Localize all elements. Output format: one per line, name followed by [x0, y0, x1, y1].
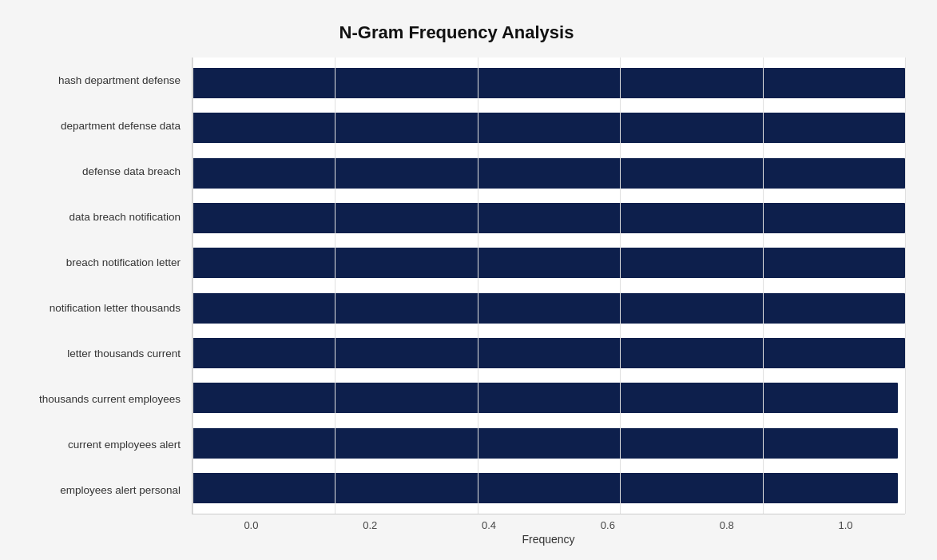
y-label: breach notification letter — [8, 240, 185, 285]
bar-row — [193, 244, 905, 282]
bar-row — [193, 64, 905, 102]
y-labels: hash department defensedepartment defens… — [8, 58, 192, 514]
bar — [193, 428, 898, 459]
chart-container: N-Gram Frequency Analysis hash departmen… — [0, 0, 937, 560]
bar-row — [193, 334, 905, 372]
bar-row — [193, 109, 905, 147]
bar-row — [193, 424, 905, 463]
bar — [193, 473, 898, 503]
bar — [193, 68, 905, 98]
gridline — [193, 58, 193, 514]
bars-section: hash department defensedepartment defens… — [8, 58, 905, 514]
x-axis: 0.00.20.40.60.81.0 — [192, 514, 905, 531]
bar — [193, 383, 898, 413]
y-label: defense data breach — [8, 149, 185, 194]
y-label: data breach notification — [8, 194, 185, 240]
gridline — [478, 58, 478, 514]
y-label: current employees alert — [8, 422, 185, 467]
bar — [193, 248, 905, 278]
y-label: letter thousands current — [8, 331, 185, 376]
bar — [193, 338, 905, 368]
x-tick: 0.8 — [667, 519, 786, 531]
gridline — [620, 58, 621, 514]
x-tick: 0.2 — [311, 519, 430, 531]
y-label: department defense data — [8, 103, 185, 149]
bar-row — [193, 469, 905, 507]
y-label: notification letter thousands — [8, 285, 185, 331]
bars-plot — [192, 58, 905, 514]
bar — [193, 293, 905, 324]
x-axis-label: Frequency — [192, 533, 905, 546]
bar — [193, 158, 905, 189]
bar-row — [193, 379, 905, 417]
y-label: thousands current employees — [8, 376, 185, 422]
bar-row — [193, 289, 905, 328]
y-label: hash department defense — [8, 58, 185, 103]
bar-row — [193, 154, 905, 193]
gridline — [335, 58, 335, 514]
y-label: employees alert personal — [8, 467, 185, 513]
chart-title: N-Gram Frequency Analysis — [8, 16, 905, 43]
x-tick: 0.6 — [548, 519, 667, 531]
bar — [193, 113, 905, 143]
gridline — [763, 58, 764, 514]
x-tick: 1.0 — [786, 519, 905, 531]
x-tick: 0.4 — [430, 519, 549, 531]
bar — [193, 203, 905, 233]
x-tick: 0.0 — [192, 519, 311, 531]
bar-row — [193, 199, 905, 237]
chart-area: hash department defensedepartment defens… — [8, 58, 905, 490]
gridline — [905, 58, 906, 514]
